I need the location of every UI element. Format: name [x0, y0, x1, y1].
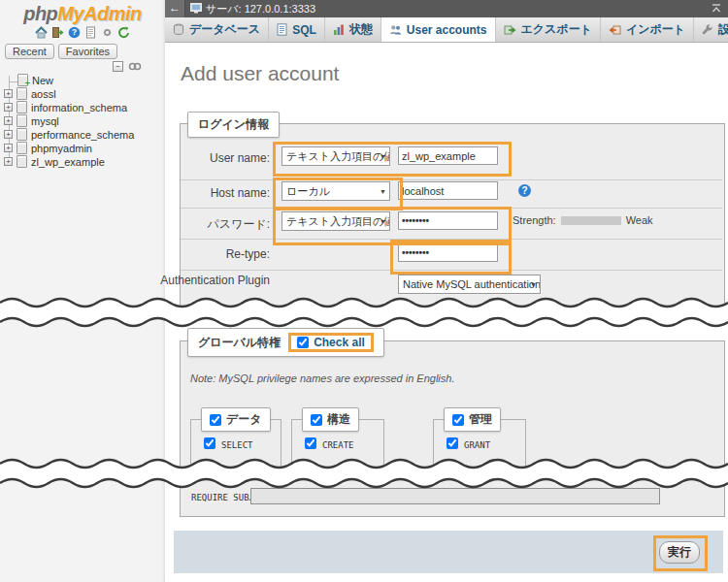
expand-icon[interactable]: +	[4, 116, 13, 125]
sidebar: phpMyAdmin ? Recent Favorites − + New + …	[0, 0, 166, 582]
create-privilege-label: CREATE	[322, 440, 354, 450]
retype-input[interactable]	[398, 243, 498, 262]
home-icon[interactable]	[35, 26, 48, 39]
tab-import[interactable]: インポート	[601, 17, 694, 42]
hostname-input[interactable]	[398, 181, 498, 200]
row-divider	[181, 179, 722, 180]
import-icon	[609, 24, 621, 36]
page: { "colors": { "highlight": "#f0a33c", "a…	[0, 0, 728, 582]
structure-privileges-legend: 構造	[302, 407, 359, 432]
tab-bar: データベース SQL 状態 User accounts エクスポート インポート…	[165, 17, 728, 43]
hostname-type-select[interactable]: ローカル▼	[281, 181, 390, 201]
recent-button[interactable]: Recent	[5, 44, 54, 59]
help-icon[interactable]: ?	[68, 26, 81, 39]
tab-databases[interactable]: データベース	[165, 17, 269, 42]
refresh-icon[interactable]	[117, 26, 130, 39]
privileges-note: Note: MySQL privilege names are expresse…	[190, 372, 455, 384]
help-icon[interactable]: ?	[518, 184, 531, 197]
chevron-down-icon: ▼	[380, 153, 386, 160]
global-privileges-legend: グローバル特権 Check all	[187, 328, 384, 357]
phpmyadmin-logo[interactable]: phpMyAdmin	[0, 3, 165, 25]
password-strength: Strength: Weak	[513, 214, 653, 226]
grant-privilege-checkbox[interactable]	[447, 437, 458, 449]
tree-branch-line	[9, 76, 17, 82]
go-button[interactable]: 実行	[659, 541, 700, 564]
tree-item-performance-schema[interactable]: + performance_schema	[4, 128, 134, 141]
svg-text:?: ?	[72, 27, 77, 37]
tree-item-information-schema[interactable]: + information_schema	[4, 101, 127, 113]
hostname-label: Host name:	[146, 186, 270, 200]
require-subject-input[interactable]	[250, 488, 660, 504]
new-database-icon: +	[17, 74, 28, 86]
expand-icon[interactable]: +	[4, 103, 13, 112]
auth-plugin-select[interactable]: Native MySQL authentication▼	[398, 275, 541, 294]
settings-gear-icon[interactable]	[101, 26, 114, 39]
password-type-select[interactable]: テキスト入力項目の値を使用する▼	[281, 211, 390, 231]
select-privilege-label: SELECT	[221, 440, 253, 450]
select-value: Native MySQL authentication	[403, 278, 541, 290]
documentation-icon[interactable]	[84, 26, 97, 39]
tree-tools: −	[113, 61, 142, 72]
link-icon[interactable]	[128, 61, 142, 72]
chevron-down-icon: ▼	[380, 188, 386, 195]
chevron-down-icon: ▼	[380, 218, 386, 225]
tab-status[interactable]: 状態	[325, 17, 381, 42]
login-info-legend: ログイン情報	[187, 112, 280, 138]
logout-icon[interactable]	[51, 26, 64, 39]
select-value: テキスト入力項目の値を使用する	[286, 215, 390, 227]
tree-item-zl-wp-example[interactable]: + zl_wp_example	[4, 155, 105, 168]
tree-item-aossl[interactable]: + aossl	[4, 87, 56, 100]
strength-value: Weak	[626, 214, 653, 226]
server-icon	[190, 3, 202, 14]
database-icon	[17, 142, 27, 154]
sql-file-icon	[277, 23, 287, 36]
logo-php: php	[23, 3, 57, 24]
tab-export[interactable]: エクスポート	[496, 17, 601, 42]
favorites-button[interactable]: Favorites	[58, 44, 117, 59]
data-group-checkbox[interactable]	[210, 414, 221, 426]
data-privileges-legend: データ	[201, 407, 271, 432]
sidebar-toolbar: ?	[0, 26, 165, 39]
admin-privileges-legend: 管理	[444, 407, 501, 432]
password-label: パスワード:	[146, 216, 270, 233]
tab-label: User accounts	[407, 23, 487, 37]
strength-label: Strength:	[513, 214, 556, 226]
chevron-down-icon: ▼	[530, 281, 537, 288]
collapse-all-icon[interactable]: −	[113, 61, 123, 72]
expand-icon[interactable]: +	[4, 144, 13, 152]
tree-item-phpmyadmin[interactable]: + phpmyadmin	[4, 142, 92, 154]
collapse-panel-icon[interactable]	[711, 3, 722, 15]
tab-sql[interactable]: SQL	[269, 17, 325, 42]
create-privilege-checkbox[interactable]	[305, 437, 316, 449]
server-breadcrumb[interactable]: サーバ: 127.0.0.1:3333	[206, 2, 315, 16]
select-privilege-checkbox[interactable]	[204, 437, 215, 449]
back-button[interactable]: ←	[165, 0, 185, 17]
tab-user-accounts[interactable]: User accounts	[381, 17, 496, 42]
tree-item-label: information_schema	[31, 102, 127, 113]
database-icon	[17, 101, 27, 113]
username-input[interactable]	[398, 146, 498, 165]
expand-icon[interactable]: +	[4, 89, 13, 98]
username-label: User name:	[146, 151, 270, 165]
tab-settings[interactable]: 設定	[694, 17, 728, 42]
database-icon	[17, 114, 27, 127]
expand-icon[interactable]: +	[4, 130, 13, 139]
tree-item-label: aossl	[31, 88, 56, 100]
tree-item-new[interactable]: + New	[17, 74, 53, 86]
row-divider	[181, 239, 722, 240]
expand-icon[interactable]: +	[4, 157, 13, 166]
structure-group-label: 構造	[327, 411, 350, 428]
admin-group-checkbox[interactable]	[452, 414, 464, 426]
tree-item-label: zl_wp_example	[31, 156, 105, 168]
grant-privilege-label: GRANT	[464, 440, 490, 450]
username-type-select[interactable]: テキスト入力項目の値を使用する▼	[281, 146, 390, 166]
database-icon	[17, 87, 27, 100]
tree-item-label: New	[32, 75, 53, 86]
page-title: Add user account	[181, 62, 339, 85]
tree-item-mysql[interactable]: + mysql	[4, 114, 59, 127]
password-input[interactable]	[398, 211, 498, 230]
structure-group-checkbox[interactable]	[311, 414, 322, 426]
users-icon	[389, 24, 402, 36]
status-chart-icon	[333, 23, 345, 36]
check-all-checkbox[interactable]	[297, 337, 309, 348]
